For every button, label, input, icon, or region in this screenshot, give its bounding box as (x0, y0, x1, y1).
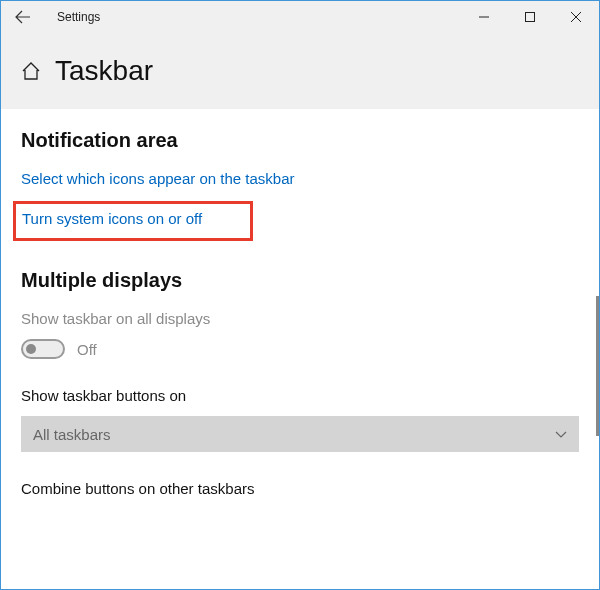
window-title: Settings (57, 10, 100, 24)
svg-rect-0 (526, 13, 535, 22)
maximize-button[interactable] (507, 1, 553, 33)
label-show-buttons-on: Show taskbar buttons on (21, 387, 579, 404)
scrollbar[interactable] (596, 296, 599, 436)
highlight-box: Turn system icons on or off (13, 201, 253, 241)
page-title: Taskbar (55, 55, 153, 87)
home-icon[interactable] (21, 61, 41, 81)
page-header: Taskbar (1, 33, 599, 109)
back-arrow-icon (15, 9, 31, 25)
chevron-down-icon (555, 428, 567, 440)
minimize-button[interactable] (461, 1, 507, 33)
maximize-icon (525, 12, 535, 22)
link-select-icons[interactable]: Select which icons appear on the taskbar (21, 170, 295, 187)
toggle-show-all-displays[interactable] (21, 339, 65, 359)
dropdown-show-buttons[interactable]: All taskbars (21, 416, 579, 452)
close-icon (571, 12, 581, 22)
dropdown-value: All taskbars (33, 426, 111, 443)
toggle-knob (26, 344, 36, 354)
link-system-icons[interactable]: Turn system icons on or off (22, 210, 202, 227)
back-button[interactable] (1, 1, 45, 33)
toggle-state-label: Off (77, 341, 97, 358)
label-combine-buttons: Combine buttons on other taskbars (21, 480, 579, 497)
section-multiple-displays: Multiple displays (21, 269, 579, 292)
close-button[interactable] (553, 1, 599, 33)
section-notification-area: Notification area (21, 129, 579, 152)
minimize-icon (479, 12, 489, 22)
label-show-all-displays: Show taskbar on all displays (21, 310, 579, 327)
